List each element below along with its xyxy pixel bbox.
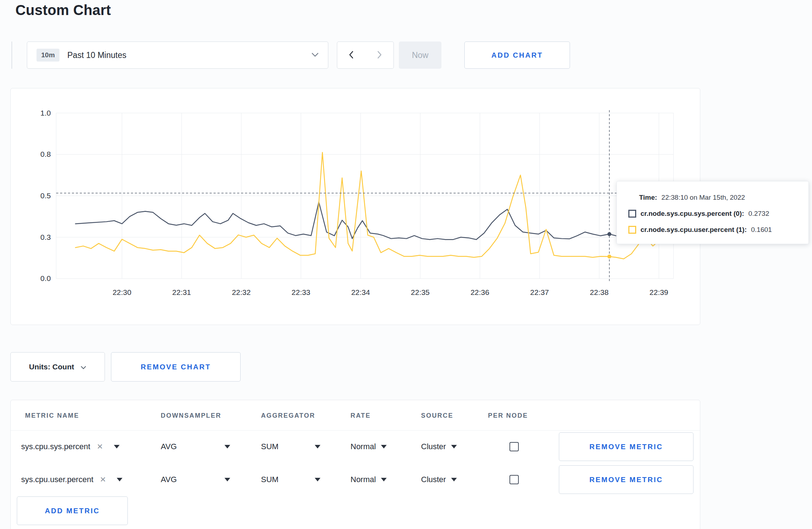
- svg-text:0.8: 0.8: [40, 150, 51, 158]
- page-title: Custom Chart: [15, 2, 111, 18]
- caret-down-icon: [451, 478, 457, 481]
- chart-tooltip: Time: 22:38:10 on Mar 15th, 2022 cr.node…: [617, 181, 809, 244]
- clear-metric-icon[interactable]: ✕: [97, 442, 103, 451]
- tooltip-series-label: cr.node.sys.cpu.sys.percent (0):: [641, 210, 744, 218]
- tooltip-series-value: 0.1601: [751, 226, 772, 234]
- caret-down-icon: [381, 445, 387, 448]
- svg-text:22:37: 22:37: [530, 288, 549, 296]
- col-header-rate: RATE: [351, 412, 371, 419]
- metric-name-select[interactable]: sys.cpu.sys.percent ✕: [21, 442, 120, 451]
- aggregator-value: SUM: [261, 442, 279, 451]
- remove-chart-button[interactable]: REMOVE CHART: [111, 352, 241, 382]
- col-header-source: SOURCE: [421, 412, 453, 419]
- downsampler-value: AVG: [161, 442, 177, 451]
- rate-value: Normal: [351, 442, 376, 451]
- cpu-line-chart[interactable]: 0.00.30.50.81.022:3022:3122:3222:3322:34…: [11, 88, 700, 325]
- remove-metric-button[interactable]: REMOVE METRIC: [559, 465, 693, 494]
- caret-down-icon: [224, 478, 230, 481]
- caret-down-icon[interactable]: [117, 478, 122, 481]
- aggregator-select[interactable]: SUM: [261, 475, 320, 484]
- chevron-down-icon: [311, 52, 319, 58]
- chevron-down-icon: [81, 363, 86, 371]
- caret-down-icon: [315, 478, 320, 481]
- svg-text:22:32: 22:32: [232, 288, 251, 296]
- caret-down-icon: [224, 445, 230, 448]
- downsampler-select[interactable]: AVG: [161, 475, 230, 484]
- source-value: Cluster: [421, 442, 446, 451]
- time-range-label: Past 10 Minutes: [67, 50, 126, 60]
- per-node-checkbox[interactable]: [509, 475, 519, 484]
- svg-text:0.5: 0.5: [40, 191, 51, 200]
- metric-name-label: sys.cpu.sys.percent: [21, 442, 90, 451]
- col-header-metric-name: METRIC NAME: [25, 412, 79, 419]
- tooltip-time-row: Time: 22:38:10 on Mar 15th, 2022: [617, 189, 808, 205]
- toolbar-left-divider: [11, 42, 12, 69]
- tooltip-series-label: cr.node.sys.cpu.user.percent (1):: [641, 226, 747, 234]
- clear-metric-icon[interactable]: ✕: [100, 475, 106, 484]
- tooltip-time-label: Time:: [639, 194, 657, 202]
- source-value: Cluster: [421, 475, 446, 484]
- rate-select[interactable]: Normal: [351, 442, 387, 451]
- series-user-swatch-icon: [628, 226, 636, 234]
- units-select[interactable]: Units: Count: [10, 352, 105, 382]
- svg-text:22:38: 22:38: [590, 288, 608, 296]
- svg-text:22:34: 22:34: [351, 288, 370, 296]
- series-sys-swatch-icon: [628, 210, 636, 218]
- time-range-badge: 10m: [37, 49, 59, 62]
- svg-text:22:39: 22:39: [649, 288, 668, 296]
- metric-name-label: sys.cpu.user.percent: [21, 475, 93, 484]
- rate-select[interactable]: Normal: [351, 475, 387, 484]
- now-button[interactable]: Now: [399, 42, 441, 69]
- aggregator-select[interactable]: SUM: [261, 442, 320, 451]
- time-prev-button[interactable]: [337, 42, 366, 69]
- metrics-table-header: METRIC NAME DOWNSAMPLER AGGREGATOR RATE …: [11, 400, 700, 431]
- svg-text:22:35: 22:35: [411, 288, 430, 296]
- custom-chart-page: Custom Chart 10m Past 10 Minutes Now ADD…: [0, 0, 812, 529]
- tooltip-series-row: cr.node.sys.cpu.user.percent (1): 0.1601: [617, 222, 808, 238]
- rate-value: Normal: [351, 475, 376, 484]
- downsampler-select[interactable]: AVG: [161, 442, 230, 451]
- units-label: Units: Count: [29, 363, 74, 371]
- svg-text:22:31: 22:31: [172, 288, 191, 296]
- svg-text:1.0: 1.0: [40, 109, 51, 117]
- metrics-table: METRIC NAME DOWNSAMPLER AGGREGATOR RATE …: [10, 400, 700, 529]
- source-select[interactable]: Cluster: [421, 475, 457, 484]
- add-metric-button[interactable]: ADD METRIC: [17, 496, 128, 525]
- add-chart-button[interactable]: ADD CHART: [464, 42, 570, 69]
- caret-down-icon: [381, 478, 387, 481]
- metric-row: sys.cpu.sys.percent ✕ AVG SUM Normal Clu…: [11, 430, 700, 463]
- aggregator-value: SUM: [261, 475, 279, 484]
- svg-text:22:30: 22:30: [112, 288, 131, 296]
- tooltip-series-value: 0.2732: [748, 210, 769, 218]
- source-select[interactable]: Cluster: [421, 442, 457, 451]
- svg-text:22:36: 22:36: [470, 288, 489, 296]
- chevron-right-icon: [377, 50, 382, 60]
- caret-down-icon[interactable]: [114, 445, 120, 448]
- col-header-aggregator: AGGREGATOR: [261, 412, 315, 419]
- downsampler-value: AVG: [161, 475, 177, 484]
- col-header-per-node: PER NODE: [488, 412, 528, 419]
- remove-metric-button[interactable]: REMOVE METRIC: [559, 432, 693, 461]
- metric-name-select[interactable]: sys.cpu.user.percent ✕: [21, 475, 122, 484]
- svg-text:0.3: 0.3: [40, 233, 51, 241]
- time-next-button[interactable]: [365, 42, 394, 69]
- caret-down-icon: [315, 445, 320, 448]
- svg-text:0.0: 0.0: [40, 274, 51, 282]
- per-node-checkbox[interactable]: [509, 442, 519, 451]
- svg-text:22:33: 22:33: [291, 288, 310, 296]
- tooltip-series-row: cr.node.sys.cpu.sys.percent (0): 0.2732: [617, 205, 808, 222]
- time-range-select[interactable]: 10m Past 10 Minutes: [27, 42, 328, 69]
- chevron-left-icon: [349, 50, 354, 60]
- metric-row: sys.cpu.user.percent ✕ AVG SUM Normal Cl…: [11, 463, 700, 496]
- tooltip-time-value: 22:38:10 on Mar 15th, 2022: [661, 194, 745, 202]
- chart-card: 0.00.30.50.81.022:3022:3122:3222:3322:34…: [10, 88, 700, 325]
- caret-down-icon: [451, 445, 457, 448]
- col-header-downsampler: DOWNSAMPLER: [161, 412, 221, 419]
